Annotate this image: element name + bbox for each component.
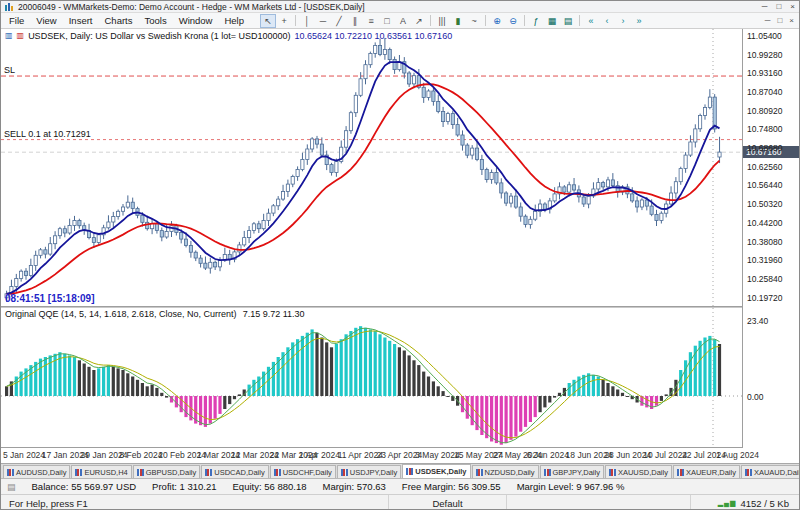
server-clock: 08:41:51 [15:18:09]: [5, 293, 95, 304]
qqe-indicator-canvas[interactable]: [1, 308, 742, 448]
tab-audusd-daily[interactable]: AUDUSD,Daily: [3, 465, 70, 478]
templates-icon[interactable]: ▤: [560, 14, 576, 28]
menu-insert[interactable]: Insert: [63, 15, 99, 26]
crosshair-tool-icon[interactable]: +: [276, 14, 292, 28]
qqe-indicator-panel[interactable]: Original QQE (14, 5, 14, 1.618, 2.618, C…: [1, 308, 742, 448]
maximize-button[interactable]: □: [776, 2, 781, 11]
tab-label: USDJPY,Daily: [350, 468, 397, 477]
price-axis-label: 10.19720: [747, 293, 782, 303]
tab-usdsek-daily[interactable]: USDSEK,Daily: [402, 464, 470, 478]
symbol-header: ▥ ▥ USDSEK, Daily: US Dollar vs Swedish …: [5, 31, 452, 41]
trendline-tool-icon[interactable]: ╱: [331, 14, 347, 28]
time-axis-label: 1 Apr 2024: [299, 450, 340, 460]
price-chart-canvas[interactable]: [1, 29, 742, 306]
chart-region: ▥ ▥ USDSEK, Daily: US Dollar vs Swedish …: [1, 29, 799, 463]
connection-status[interactable]: ▂▄▆ 4152 / 5 Kb: [691, 495, 799, 510]
chart-tab-icon: [205, 469, 212, 476]
indicator-axis-label: 23.40: [747, 316, 768, 326]
chart-minimize-button[interactable]: ─: [765, 16, 771, 25]
zoom-out-icon[interactable]: ⊖: [505, 14, 521, 28]
stop-loss-label[interactable]: SL: [4, 65, 15, 75]
price-axis-label: 10.62560: [747, 162, 782, 172]
tab-gbpjpy-daily[interactable]: GBPJPY,Daily: [540, 465, 604, 478]
price-axis-label: 10.68680: [747, 143, 782, 153]
price-axis-label: 10.38080: [747, 237, 782, 247]
time-axis[interactable]: 5 Jan 202417 Jan 202429 Jan 20248 Feb 20…: [1, 448, 799, 463]
bar-chart-icon[interactable]: |||: [434, 14, 450, 28]
menu-tools[interactable]: Tools: [138, 15, 172, 26]
price-axis-label: 10.74800: [747, 124, 782, 134]
timeframes-icon[interactable]: ▦: [544, 14, 560, 28]
cursor-tool-icon[interactable]: ↖: [260, 14, 276, 28]
menu-toolbar-row: FileViewInsertChartsToolsWindowHelp ↖+│─…: [1, 13, 799, 29]
account-status-bar: ▤ Balance: 55 569.97 USDProfit: 1 310.21…: [1, 478, 799, 494]
step-back-icon[interactable]: ‹: [599, 14, 615, 28]
tab-gbpusd-daily[interactable]: GBPUSD,Daily: [133, 465, 200, 478]
price-axis-label: 10.50320: [747, 199, 782, 209]
price-chart[interactable]: ▥ ▥ USDSEK, Daily: US Dollar vs Swedish …: [1, 29, 742, 306]
horizontal-line-tool-icon[interactable]: ─: [315, 14, 331, 28]
price-axis-label: 10.80920: [747, 106, 782, 116]
title-bar: 20006049 - WMMarkets-Demo: Demo Account …: [1, 1, 799, 13]
window-title: 20006049 - WMMarkets-Demo: Demo Account …: [18, 2, 365, 12]
tab-label: USDSEK,Daily: [415, 467, 466, 476]
zoom-in-icon[interactable]: ⊕: [489, 14, 505, 28]
arrow-tool-icon[interactable]: ↗: [411, 14, 427, 28]
indicator-title: Original QQE (14, 5, 14, 1.618, 2.618, C…: [5, 309, 237, 319]
menu-window[interactable]: Window: [173, 15, 219, 26]
tab-xauusd-daily[interactable]: XAUUSD,Daily: [605, 465, 672, 478]
chart-tabs-bar: AUDUSD,DailyEURUSD,H4GBPUSD,DailyUSDCAD,…: [1, 463, 799, 478]
menu-view[interactable]: View: [30, 15, 62, 26]
price-axis[interactable]: 10.67160 11.0540010.9928010.9316010.8704…: [742, 29, 799, 448]
line-chart-icon[interactable]: ~: [466, 14, 482, 28]
price-axis-label: 10.87040: [747, 87, 782, 97]
close-button[interactable]: ×: [790, 2, 795, 11]
fibonacci-tool-icon[interactable]: ≡: [363, 14, 379, 28]
chart-close-button[interactable]: ×: [789, 16, 794, 25]
chart-tab-icon: [609, 469, 616, 476]
step-forward-icon[interactable]: ›: [615, 14, 631, 28]
account-figures: Balance: 55 569.97 USDProfit: 1 310.21Eq…: [32, 481, 625, 492]
menu-charts[interactable]: Charts: [99, 15, 139, 26]
chart-tab-icon: [341, 469, 348, 476]
chart-tab-icon: [75, 469, 82, 476]
tab-xauaud-daily[interactable]: XAUAUD,Daily: [741, 465, 799, 478]
symbol-description: USDSEK, Daily: US Dollar vs Swedish Kron…: [28, 31, 290, 41]
step-to-start-icon[interactable]: «: [583, 14, 599, 28]
profile-name[interactable]: Default: [389, 495, 507, 510]
menu-file[interactable]: File: [3, 15, 30, 26]
price-axis-label: 10.25840: [747, 274, 782, 284]
menu-help[interactable]: Help: [218, 15, 250, 26]
price-axis-label: 11.05400: [747, 31, 782, 41]
vertical-line-tool-icon[interactable]: │: [299, 14, 315, 28]
account-icon: ▤: [7, 482, 16, 492]
status-equity: Equity: 56 880.18: [233, 481, 307, 492]
tab-usdcad-daily[interactable]: USDCAD,Daily: [201, 465, 268, 478]
equidistant-channel-tool-icon[interactable]: ∥: [347, 14, 363, 28]
chart-restore-button[interactable]: □: [777, 16, 782, 25]
tab-label: AUDUSD,Daily: [16, 468, 66, 477]
tab-usdchf-daily[interactable]: USDCHF,Daily: [270, 465, 336, 478]
connection-bars-icon: ▂▄▆: [718, 499, 737, 507]
tab-label: XAUUSD,Daily: [618, 468, 668, 477]
tab-usdjpy-daily[interactable]: USDJPY,Daily: [337, 465, 401, 478]
chart-tab-icon: [677, 469, 684, 476]
tab-label: USDCAD,Daily: [214, 468, 264, 477]
shapes-tool-icon[interactable]: □: [379, 14, 395, 28]
mt5-window: 20006049 - WMMarkets-Demo: Demo Account …: [0, 0, 800, 510]
tab-nzdusd-daily[interactable]: NZDUSD,Daily: [472, 465, 539, 478]
ohlc-quote: 10.65624 10.72210 10.63561 10.67160: [294, 31, 452, 41]
tab-xaueur-daily[interactable]: XAUEUR,Daily: [673, 465, 740, 478]
help-text: For Help, press F1: [1, 495, 389, 510]
tab-label: XAUEUR,Daily: [686, 468, 736, 477]
tab-eurusd-h4[interactable]: EURUSD,H4: [71, 465, 131, 478]
text-tool-icon[interactable]: A: [395, 14, 411, 28]
price-axis-label: 10.31960: [747, 255, 782, 265]
tab-label: NZDUSD,Daily: [485, 468, 535, 477]
sell-position-label[interactable]: SELL 0.1 at 10.71291: [4, 129, 91, 139]
step-to-end-icon[interactable]: »: [631, 14, 647, 28]
candle-chart-icon[interactable]: ▮: [450, 14, 466, 28]
chart-tab-icon: [406, 468, 413, 475]
minimize-button[interactable]: ─: [762, 2, 768, 11]
indicators-icon[interactable]: ƒ: [528, 14, 544, 28]
